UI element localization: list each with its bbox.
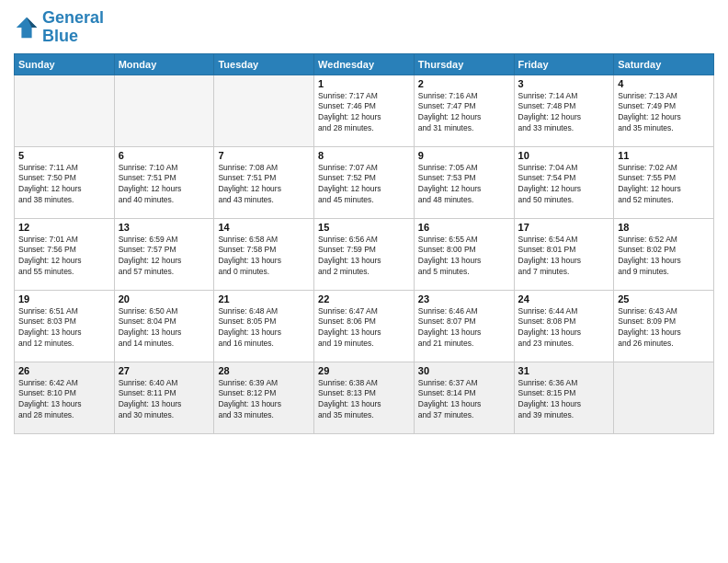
calendar-cell: 14Sunrise: 6:58 AMSunset: 7:58 PMDayligh… xyxy=(214,218,314,290)
calendar-cell: 20Sunrise: 6:50 AMSunset: 8:04 PMDayligh… xyxy=(114,290,214,362)
calendar-cell xyxy=(114,75,214,146)
day-number: 7 xyxy=(218,150,310,161)
day-info: Sunrise: 6:42 AMSunset: 8:10 PMDaylight:… xyxy=(18,378,110,422)
day-info: Sunrise: 7:11 AMSunset: 7:50 PMDaylight:… xyxy=(18,163,110,207)
day-number: 5 xyxy=(18,150,110,161)
day-info: Sunrise: 6:59 AMSunset: 7:57 PMDaylight:… xyxy=(119,235,210,279)
calendar-cell: 24Sunrise: 6:44 AMSunset: 8:08 PMDayligh… xyxy=(514,290,614,362)
calendar-cell: 29Sunrise: 6:38 AMSunset: 8:13 PMDayligh… xyxy=(314,362,415,433)
day-number: 21 xyxy=(218,293,310,304)
calendar-cell: 31Sunrise: 6:36 AMSunset: 8:15 PMDayligh… xyxy=(514,362,614,433)
day-number: 20 xyxy=(119,293,210,304)
day-info: Sunrise: 6:46 AMSunset: 8:07 PMDaylight:… xyxy=(418,306,510,350)
day-info: Sunrise: 7:05 AMSunset: 7:53 PMDaylight:… xyxy=(418,163,510,207)
day-number: 8 xyxy=(318,150,410,161)
calendar-cell: 27Sunrise: 6:40 AMSunset: 8:11 PMDayligh… xyxy=(114,362,214,433)
day-info: Sunrise: 7:02 AMSunset: 7:55 PMDaylight:… xyxy=(618,163,710,207)
day-info: Sunrise: 6:44 AMSunset: 8:08 PMDaylight:… xyxy=(518,306,610,350)
calendar-cell xyxy=(15,75,115,146)
calendar-cell: 28Sunrise: 6:39 AMSunset: 8:12 PMDayligh… xyxy=(214,362,314,433)
calendar-cell: 16Sunrise: 6:55 AMSunset: 8:00 PMDayligh… xyxy=(414,218,514,290)
calendar-cell: 18Sunrise: 6:52 AMSunset: 8:02 PMDayligh… xyxy=(614,218,714,290)
calendar-cell xyxy=(214,75,314,146)
logo: General Blue xyxy=(14,9,104,46)
calendar-cell: 9Sunrise: 7:05 AMSunset: 7:53 PMDaylight… xyxy=(414,146,514,218)
day-info: Sunrise: 6:36 AMSunset: 8:15 PMDaylight:… xyxy=(518,378,610,422)
day-info: Sunrise: 7:04 AMSunset: 7:54 PMDaylight:… xyxy=(518,163,610,207)
calendar-cell: 3Sunrise: 7:14 AMSunset: 7:48 PMDaylight… xyxy=(514,75,614,146)
page: General Blue SundayMondayTuesdayWednesda… xyxy=(0,0,728,563)
day-number: 28 xyxy=(218,365,310,376)
day-number: 15 xyxy=(318,222,410,233)
calendar-cell: 8Sunrise: 7:07 AMSunset: 7:52 PMDaylight… xyxy=(314,146,415,218)
day-info: Sunrise: 7:13 AMSunset: 7:49 PMDaylight:… xyxy=(618,91,710,135)
day-number: 6 xyxy=(119,150,210,161)
day-info: Sunrise: 6:38 AMSunset: 8:13 PMDaylight:… xyxy=(318,378,410,422)
calendar-cell: 5Sunrise: 7:11 AMSunset: 7:50 PMDaylight… xyxy=(15,146,115,218)
weekday-header: Thursday xyxy=(414,53,514,75)
day-number: 12 xyxy=(18,222,110,233)
calendar-cell: 12Sunrise: 7:01 AMSunset: 7:56 PMDayligh… xyxy=(15,218,115,290)
calendar-cell: 2Sunrise: 7:16 AMSunset: 7:47 PMDaylight… xyxy=(414,75,514,146)
day-number: 11 xyxy=(618,150,710,161)
calendar-cell: 11Sunrise: 7:02 AMSunset: 7:55 PMDayligh… xyxy=(614,146,714,218)
day-number: 18 xyxy=(618,222,710,233)
day-info: Sunrise: 6:58 AMSunset: 7:58 PMDaylight:… xyxy=(218,235,310,279)
calendar-cell: 22Sunrise: 6:47 AMSunset: 8:06 PMDayligh… xyxy=(314,290,415,362)
calendar-cell: 30Sunrise: 6:37 AMSunset: 8:14 PMDayligh… xyxy=(414,362,514,433)
day-number: 22 xyxy=(318,293,410,304)
day-info: Sunrise: 6:43 AMSunset: 8:09 PMDaylight:… xyxy=(618,306,710,350)
header: General Blue xyxy=(14,9,714,46)
weekday-header: Sunday xyxy=(15,53,115,75)
day-info: Sunrise: 6:51 AMSunset: 8:03 PMDaylight:… xyxy=(18,306,110,350)
day-info: Sunrise: 7:07 AMSunset: 7:52 PMDaylight:… xyxy=(318,163,410,207)
day-info: Sunrise: 7:17 AMSunset: 7:46 PMDaylight:… xyxy=(318,91,410,135)
day-info: Sunrise: 6:52 AMSunset: 8:02 PMDaylight:… xyxy=(618,235,710,279)
weekday-header: Tuesday xyxy=(214,53,314,75)
calendar-cell xyxy=(614,362,714,433)
day-info: Sunrise: 6:37 AMSunset: 8:14 PMDaylight:… xyxy=(418,378,510,422)
day-info: Sunrise: 6:40 AMSunset: 8:11 PMDaylight:… xyxy=(119,378,210,422)
day-number: 9 xyxy=(418,150,510,161)
calendar-cell: 6Sunrise: 7:10 AMSunset: 7:51 PMDaylight… xyxy=(114,146,214,218)
calendar-cell: 1Sunrise: 7:17 AMSunset: 7:46 PMDaylight… xyxy=(314,75,415,146)
day-number: 10 xyxy=(518,150,610,161)
day-number: 31 xyxy=(518,365,610,376)
day-number: 14 xyxy=(218,222,310,233)
calendar-cell: 10Sunrise: 7:04 AMSunset: 7:54 PMDayligh… xyxy=(514,146,614,218)
calendar-cell: 21Sunrise: 6:48 AMSunset: 8:05 PMDayligh… xyxy=(214,290,314,362)
weekday-header: Friday xyxy=(514,53,614,75)
calendar-header: SundayMondayTuesdayWednesdayThursdayFrid… xyxy=(15,53,714,75)
day-info: Sunrise: 6:47 AMSunset: 8:06 PMDaylight:… xyxy=(318,306,410,350)
calendar-cell: 19Sunrise: 6:51 AMSunset: 8:03 PMDayligh… xyxy=(15,290,115,362)
logo-icon xyxy=(14,15,40,40)
day-number: 25 xyxy=(618,293,710,304)
calendar-cell: 23Sunrise: 6:46 AMSunset: 8:07 PMDayligh… xyxy=(414,290,514,362)
day-number: 24 xyxy=(518,293,610,304)
calendar-cell: 7Sunrise: 7:08 AMSunset: 7:51 PMDaylight… xyxy=(214,146,314,218)
day-info: Sunrise: 6:55 AMSunset: 8:00 PMDaylight:… xyxy=(418,235,510,279)
day-info: Sunrise: 6:48 AMSunset: 8:05 PMDaylight:… xyxy=(218,306,310,350)
day-info: Sunrise: 7:16 AMSunset: 7:47 PMDaylight:… xyxy=(418,91,510,135)
day-number: 1 xyxy=(318,78,410,89)
day-info: Sunrise: 7:01 AMSunset: 7:56 PMDaylight:… xyxy=(18,235,110,279)
calendar-cell: 26Sunrise: 6:42 AMSunset: 8:10 PMDayligh… xyxy=(15,362,115,433)
day-info: Sunrise: 7:10 AMSunset: 7:51 PMDaylight:… xyxy=(119,163,210,207)
day-number: 2 xyxy=(418,78,510,89)
calendar-cell: 25Sunrise: 6:43 AMSunset: 8:09 PMDayligh… xyxy=(614,290,714,362)
day-number: 30 xyxy=(418,365,510,376)
day-info: Sunrise: 7:14 AMSunset: 7:48 PMDaylight:… xyxy=(518,91,610,135)
day-number: 27 xyxy=(119,365,210,376)
day-number: 16 xyxy=(418,222,510,233)
day-info: Sunrise: 6:50 AMSunset: 8:04 PMDaylight:… xyxy=(119,306,210,350)
day-info: Sunrise: 6:39 AMSunset: 8:12 PMDaylight:… xyxy=(218,378,310,422)
calendar-table: SundayMondayTuesdayWednesdayThursdayFrid… xyxy=(14,53,714,434)
calendar-cell: 17Sunrise: 6:54 AMSunset: 8:01 PMDayligh… xyxy=(514,218,614,290)
day-number: 17 xyxy=(518,222,610,233)
day-number: 3 xyxy=(518,78,610,89)
day-number: 19 xyxy=(18,293,110,304)
day-number: 23 xyxy=(418,293,510,304)
day-info: Sunrise: 6:56 AMSunset: 7:59 PMDaylight:… xyxy=(318,235,410,279)
calendar-cell: 4Sunrise: 7:13 AMSunset: 7:49 PMDaylight… xyxy=(614,75,714,146)
day-info: Sunrise: 7:08 AMSunset: 7:51 PMDaylight:… xyxy=(218,163,310,207)
